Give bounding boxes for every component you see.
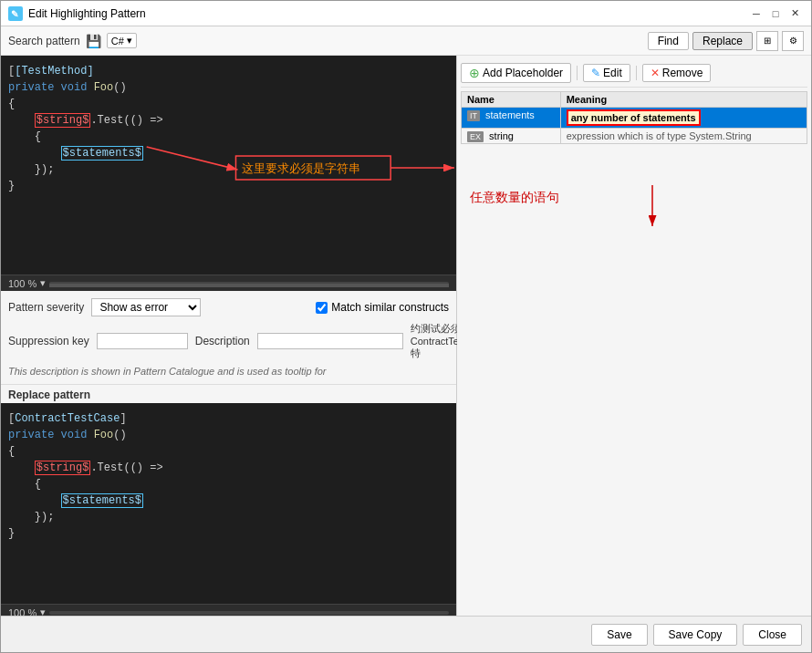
- close-button[interactable]: Close: [743, 624, 802, 646]
- options-button[interactable]: ⚙: [782, 31, 804, 51]
- match-similar-label: Match similar constructs: [331, 301, 449, 314]
- toolbar-left: Search pattern 💾 C# ▾: [8, 33, 137, 48]
- chevron-down-icon: ▾: [127, 35, 132, 47]
- toolbar-right: Find Replace ⊞ ⚙: [648, 31, 804, 51]
- add-placeholder-button[interactable]: ⊕ Add Placeholder: [461, 63, 571, 83]
- settings-hint: This description is shown in Pattern Cat…: [8, 366, 449, 377]
- replace-pattern-label: Replace pattern: [1, 385, 456, 403]
- window-controls: ─ □ ✕: [747, 5, 804, 23]
- replace-line-3: {: [8, 443, 449, 460]
- replace-line-4: $string$.Test(() =>: [8, 460, 449, 476]
- suppression-row: Suppression key Description 约测试必须使用 Cont…: [8, 322, 449, 360]
- string-placeholder: $string$: [35, 113, 91, 128]
- placeholder-meaning-string: expression which is of type System.Strin…: [560, 129, 807, 144]
- svg-text:✎: ✎: [11, 9, 18, 19]
- left-panel: [[TestMethod] private void Foo() { $stri…: [1, 56, 457, 616]
- code-line-5: {: [8, 129, 449, 145]
- chinese-annotation: 任意数量的语句: [470, 190, 807, 206]
- description-input[interactable]: [257, 333, 403, 349]
- window-title: Edit Highlighting Pattern: [28, 7, 146, 20]
- settings-panel: Pattern severity Show as error Match sim…: [1, 291, 456, 385]
- placeholder-toolbar: ⊕ Add Placeholder ✎ Edit ✕ Remove: [461, 59, 807, 88]
- ph-type-icon-2: EX: [467, 131, 484, 142]
- code-line-1: [[TestMethod]: [8, 63, 449, 79]
- replace-line-1: [ContractTestCase]: [8, 410, 449, 427]
- maximize-button[interactable]: □: [766, 5, 785, 23]
- replace-zoom-value: 100 %: [8, 607, 36, 617]
- add-placeholder-label: Add Placeholder: [483, 67, 563, 79]
- ph-type-icon: IT: [467, 110, 480, 121]
- code-line-3: {: [8, 96, 449, 112]
- col-header-name: Name: [462, 92, 561, 108]
- edit-placeholder-button[interactable]: ✎ Edit: [583, 64, 630, 82]
- edit-label: Edit: [603, 67, 622, 79]
- right-panel: ⊕ Add Placeholder ✎ Edit ✕ Remove: [457, 56, 811, 616]
- table-row[interactable]: IT statements any number of statements: [462, 108, 807, 129]
- pencil-icon: ✎: [591, 67, 600, 79]
- replace-button[interactable]: Replace: [692, 32, 753, 50]
- severity-row: Pattern severity Show as error Match sim…: [8, 298, 449, 316]
- placeholder-table-container: Name Meaning IT statements any number of…: [461, 91, 807, 206]
- save-icon: 💾: [86, 34, 101, 48]
- suppression-key-label: Suppression key: [8, 335, 89, 347]
- replace-line-5: {: [8, 476, 449, 492]
- replace-statements-placeholder: $statements$: [61, 493, 143, 508]
- grid-button[interactable]: ⊞: [756, 31, 778, 51]
- description-label: Description: [195, 335, 250, 347]
- match-similar-checkbox-label[interactable]: Match similar constructs: [316, 301, 449, 314]
- meaning-highlight-box: any number of statements: [567, 109, 701, 126]
- remove-icon: ✕: [651, 67, 660, 79]
- replace-code-editor[interactable]: [ContractTestCase] private void Foo() { …: [1, 403, 456, 604]
- replace-zoom-dropdown-icon[interactable]: ▾: [40, 606, 46, 616]
- save-copy-button[interactable]: Save Copy: [653, 624, 738, 646]
- search-code-editor[interactable]: [[TestMethod] private void Foo() { $stri…: [1, 56, 456, 275]
- search-zoom-bar: 100 % ▾: [1, 275, 456, 291]
- edit-icon: ✎: [8, 6, 23, 21]
- placeholder-name-string: EX string: [462, 129, 561, 144]
- placeholder-meaning-statements: any number of statements: [560, 108, 807, 129]
- replace-line-6: $statements$: [8, 492, 449, 509]
- find-button[interactable]: Find: [648, 32, 689, 50]
- add-icon: ⊕: [469, 66, 480, 80]
- close-window-button[interactable]: ✕: [786, 5, 804, 23]
- code-line-8: }: [8, 178, 449, 194]
- save-button[interactable]: Save: [591, 624, 647, 646]
- toolbar-divider-2: [636, 66, 637, 80]
- title-bar-left: ✎ Edit Highlighting Pattern: [8, 6, 146, 21]
- toolbar-divider-1: [577, 66, 578, 80]
- code-line-2: private void Foo(): [8, 79, 449, 96]
- main-content: [[TestMethod] private void Foo() { $stri…: [1, 56, 811, 616]
- code-line-7: });: [8, 161, 449, 178]
- replace-line-2: private void Foo(): [8, 427, 449, 443]
- placeholder-name-statements: IT statements: [462, 108, 561, 129]
- search-zoom-value: 100 %: [8, 278, 36, 289]
- replace-line-7: });: [8, 509, 449, 525]
- bottom-bar: Save Save Copy Close: [1, 616, 811, 652]
- statements-placeholder: $statements$: [61, 146, 143, 161]
- match-similar-checkbox[interactable]: [316, 302, 328, 314]
- placeholder-table: Name Meaning IT statements any number of…: [461, 91, 807, 144]
- code-line-4: $string$.Test(() =>: [8, 112, 449, 129]
- pattern-severity-label: Pattern severity: [8, 301, 84, 314]
- replace-code-content: [ContractTestCase] private void Foo() { …: [1, 403, 456, 549]
- search-pattern-label: Search pattern: [8, 35, 80, 47]
- search-code-content: [[TestMethod] private void Foo() { $stri…: [1, 56, 456, 202]
- language-selector[interactable]: C# ▾: [107, 33, 137, 48]
- lang-label: C#: [111, 36, 124, 47]
- minimize-button[interactable]: ─: [747, 5, 765, 23]
- main-toolbar: Search pattern 💾 C# ▾ Find Replace ⊞ ⚙: [1, 26, 811, 56]
- severity-select[interactable]: Show as error: [91, 298, 201, 316]
- replace-line-8: }: [8, 525, 449, 542]
- suppression-key-input[interactable]: [97, 333, 188, 349]
- remove-placeholder-button[interactable]: ✕ Remove: [642, 64, 712, 82]
- col-header-meaning: Meaning: [560, 92, 807, 108]
- code-line-6: $statements$: [8, 145, 449, 161]
- annotation-area: 任意数量的语句: [461, 190, 807, 206]
- title-bar: ✎ Edit Highlighting Pattern ─ □ ✕: [1, 1, 811, 26]
- replace-string-placeholder: $string$: [35, 461, 91, 475]
- remove-label: Remove: [662, 67, 703, 79]
- zoom-dropdown-icon[interactable]: ▾: [40, 277, 46, 289]
- table-row[interactable]: EX string expression which is of type Sy…: [462, 129, 807, 144]
- replace-zoom-bar: 100 % ▾: [1, 604, 456, 616]
- main-window: ✎ Edit Highlighting Pattern ─ □ ✕ Search…: [0, 0, 812, 653]
